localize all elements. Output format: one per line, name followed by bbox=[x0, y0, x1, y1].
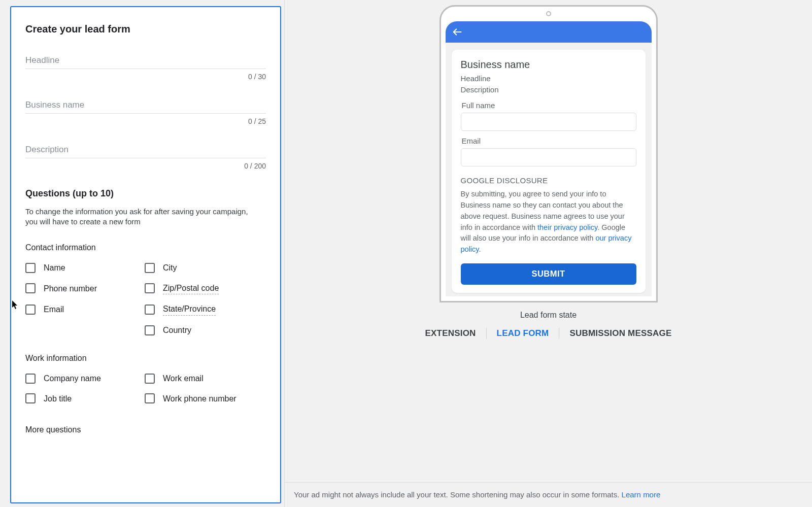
preview-email-input[interactable] bbox=[461, 148, 636, 166]
questions-title: Questions (up to 10) bbox=[25, 187, 266, 199]
headline-counter: 0 / 30 bbox=[25, 69, 266, 82]
more-questions-title: More questions bbox=[25, 424, 266, 435]
checkbox-label: Work phone number bbox=[163, 393, 236, 404]
their-privacy-link[interactable]: their privacy policy bbox=[537, 223, 597, 231]
preview-appbar bbox=[446, 21, 652, 43]
checkbox-label: Job title bbox=[44, 393, 72, 404]
notice-text: Your ad might not always include all you… bbox=[294, 490, 622, 499]
tab-extension[interactable]: EXTENSION bbox=[415, 326, 486, 342]
preview-area: Business name Headline Description Full … bbox=[285, 0, 812, 482]
checkbox-label: Work email bbox=[163, 373, 204, 384]
preview-state-label: Lead form state bbox=[520, 310, 577, 321]
business-field: 0 / 25 bbox=[25, 98, 266, 126]
preview-card: Business name Headline Description Full … bbox=[452, 50, 646, 293]
checkbox-icon bbox=[145, 325, 155, 335]
headline-input[interactable] bbox=[25, 53, 266, 69]
preview-tabs: EXTENSION LEAD FORM SUBMISSION MESSAGE bbox=[415, 326, 682, 342]
notice-bar: Your ad might not always include all you… bbox=[285, 482, 812, 507]
contact-info-title: Contact information bbox=[25, 242, 266, 253]
checkbox-workphone[interactable]: Work phone number bbox=[145, 393, 259, 404]
preview-business-name: Business name bbox=[461, 58, 636, 72]
checkbox-icon bbox=[145, 283, 155, 293]
submit-button[interactable]: SUBMIT bbox=[461, 263, 636, 285]
checkbox-label: Company name bbox=[44, 373, 101, 384]
checkbox-label: Country bbox=[163, 325, 191, 336]
checkbox-label: City bbox=[163, 262, 177, 274]
disclosure-part: . bbox=[479, 245, 481, 253]
lead-form-card: Create your lead form 0 / 30 0 / 25 0 / … bbox=[10, 6, 281, 503]
disclosure-heading: GOOGLE DISCLOSURE bbox=[461, 176, 636, 186]
checkbox-label: State/Province bbox=[163, 303, 216, 316]
checkbox-icon bbox=[145, 374, 155, 384]
contact-grid: Name City Phone number Zip/Postal code E… bbox=[25, 262, 259, 335]
headline-field: 0 / 30 bbox=[25, 53, 266, 82]
checkbox-icon bbox=[25, 374, 36, 384]
checkbox-jobtitle[interactable]: Job title bbox=[25, 393, 140, 404]
description-input[interactable] bbox=[25, 143, 266, 158]
back-arrow-icon[interactable] bbox=[452, 26, 463, 38]
checkbox-label: Zip/Postal code bbox=[163, 283, 219, 295]
work-info-title: Work information bbox=[25, 353, 266, 364]
tab-submission[interactable]: SUBMISSION MESSAGE bbox=[559, 326, 682, 342]
phone-speaker-icon bbox=[546, 11, 551, 16]
checkbox-phone[interactable]: Phone number bbox=[25, 283, 140, 295]
phone-screen: Business name Headline Description Full … bbox=[446, 21, 652, 296]
preview-field-label: Full name bbox=[462, 100, 636, 111]
business-counter: 0 / 25 bbox=[25, 114, 266, 126]
checkbox-zip[interactable]: Zip/Postal code bbox=[145, 283, 259, 295]
description-field: 0 / 200 bbox=[25, 143, 266, 171]
checkbox-workemail[interactable]: Work email bbox=[145, 373, 259, 384]
phone-frame: Business name Headline Description Full … bbox=[439, 5, 658, 302]
checkbox-company[interactable]: Company name bbox=[25, 373, 140, 384]
checkbox-name[interactable]: Name bbox=[25, 262, 140, 274]
preview-headline: Headline bbox=[461, 74, 636, 84]
checkbox-icon bbox=[25, 283, 36, 293]
checkbox-city[interactable]: City bbox=[145, 262, 259, 274]
work-grid: Company name Work email Job title Work p… bbox=[25, 373, 259, 404]
preview-field-label: Email bbox=[462, 136, 636, 146]
tab-leadform[interactable]: LEAD FORM bbox=[487, 326, 559, 342]
checkbox-state[interactable]: State/Province bbox=[145, 303, 259, 316]
checkbox-country[interactable]: Country bbox=[145, 325, 259, 336]
preview-description: Description bbox=[461, 85, 636, 95]
learn-more-link[interactable]: Learn more bbox=[622, 490, 661, 499]
checkbox-icon bbox=[25, 305, 36, 315]
checkbox-label: Email bbox=[44, 304, 64, 315]
checkbox-label: Phone number bbox=[44, 283, 97, 294]
preview-fullname-input[interactable] bbox=[461, 113, 636, 131]
checkbox-icon bbox=[25, 393, 36, 403]
description-counter: 0 / 200 bbox=[25, 158, 266, 171]
questions-desc: To change the information you ask for af… bbox=[25, 207, 249, 227]
form-title: Create your lead form bbox=[25, 22, 266, 36]
disclosure-text: By submitting, you agree to send your in… bbox=[461, 189, 636, 255]
checkbox-icon bbox=[25, 263, 36, 273]
checkbox-icon bbox=[145, 305, 155, 315]
checkbox-icon bbox=[145, 263, 155, 273]
business-input[interactable] bbox=[25, 98, 266, 114]
checkbox-email[interactable]: Email bbox=[25, 303, 140, 316]
checkbox-icon bbox=[145, 393, 155, 403]
checkbox-label: Name bbox=[44, 262, 65, 274]
